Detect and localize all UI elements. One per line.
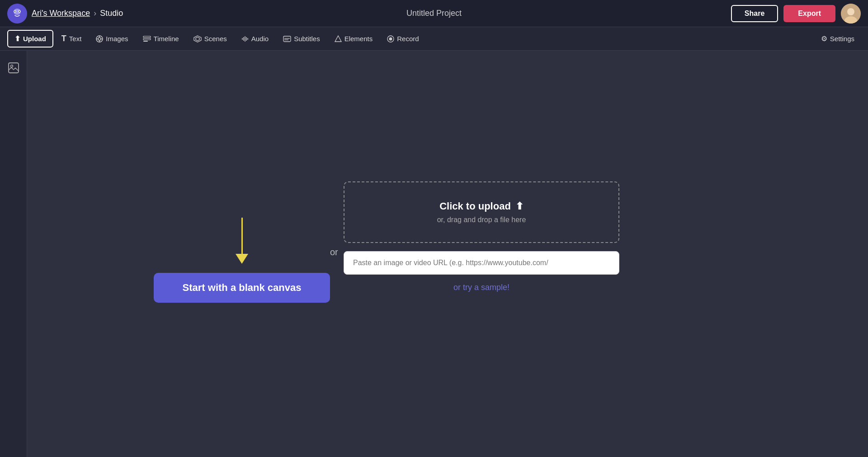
top-navigation: Ari's Workspace › Studio Untitled Projec… [0, 0, 868, 27]
text-icon: T [61, 34, 66, 43]
upload-drop-zone[interactable]: Click to upload ⬆ or, drag and drop a fi… [344, 181, 619, 243]
toolbar-settings[interactable]: ⚙ Settings [815, 31, 861, 47]
or-divider: or [330, 247, 338, 257]
subtitles-icon [283, 35, 291, 43]
try-sample-link[interactable]: or try a sample! [344, 283, 619, 292]
svg-rect-17 [143, 41, 148, 42]
main-area: Start with a blank canvas or Click to up… [0, 51, 868, 457]
svg-rect-16 [143, 38, 151, 40]
arrow-line [241, 218, 243, 254]
elements-icon [335, 35, 342, 43]
svg-rect-20 [283, 36, 291, 42]
project-title: Untitled Project [179, 9, 689, 18]
svg-marker-23 [335, 36, 341, 42]
svg-point-10 [98, 38, 101, 40]
svg-rect-26 [9, 63, 19, 73]
svg-point-4 [14, 10, 15, 11]
blank-canvas-button[interactable]: Start with a blank canvas [154, 273, 330, 303]
toolbar-subtitles[interactable]: Subtitles [277, 31, 326, 47]
breadcrumb-workspace[interactable]: Ari's Workspace [32, 9, 90, 18]
share-button[interactable]: Share [731, 5, 778, 22]
avatar-image [841, 4, 861, 24]
workspace-logo[interactable] [7, 4, 27, 24]
right-section: Click to upload ⬆ or, drag and drop a fi… [344, 181, 619, 292]
export-button[interactable]: Export [783, 5, 835, 22]
arrow-head [236, 254, 248, 264]
toolbar-elements[interactable]: Elements [328, 31, 379, 47]
timeline-icon [143, 35, 151, 43]
url-input[interactable] [344, 251, 619, 275]
avatar[interactable] [841, 4, 861, 24]
breadcrumb-separator: › [94, 9, 96, 18]
side-panel-image-icon[interactable] [4, 58, 24, 78]
record-icon [387, 35, 394, 43]
svg-marker-18 [194, 36, 201, 42]
toolbar-text[interactable]: T Text [55, 30, 88, 47]
svg-point-27 [10, 65, 13, 67]
toolbar-timeline[interactable]: Timeline [137, 31, 185, 47]
toolbar-upload[interactable]: ⬆ Upload [7, 30, 53, 48]
upload-drop-title: Click to upload ⬆ [354, 200, 609, 212]
upload-drop-subtitle: or, drag and drop a file here [354, 216, 609, 224]
toolbar-record[interactable]: Record [381, 31, 425, 47]
canvas-area: Start with a blank canvas or Click to up… [27, 51, 868, 457]
upload-icon: ⬆ [14, 34, 20, 43]
breadcrumb: Ari's Workspace › Studio [32, 9, 123, 18]
settings-icon: ⚙ [821, 34, 827, 43]
toolbar-audio[interactable]: Audio [235, 31, 275, 47]
upload-drop-icon: ⬆ [515, 200, 524, 212]
images-icon [96, 35, 103, 43]
toolbar-scenes[interactable]: Scenes [187, 31, 233, 47]
svg-point-25 [389, 38, 392, 41]
left-section: Start with a blank canvas [154, 218, 330, 303]
toolbar: ⬆ Upload T Text Images Timeline [0, 27, 868, 51]
svg-point-7 [847, 8, 854, 15]
down-arrow [236, 218, 248, 264]
side-panel [0, 51, 27, 457]
breadcrumb-studio: Studio [100, 9, 123, 18]
scenes-icon [193, 35, 202, 43]
svg-rect-15 [143, 36, 151, 38]
audio-icon [241, 35, 249, 43]
svg-marker-19 [196, 37, 199, 41]
nav-right: Share Export [689, 4, 861, 24]
nav-left: Ari's Workspace › Studio [7, 4, 179, 24]
toolbar-images[interactable]: Images [90, 31, 134, 47]
svg-point-5 [19, 10, 20, 11]
